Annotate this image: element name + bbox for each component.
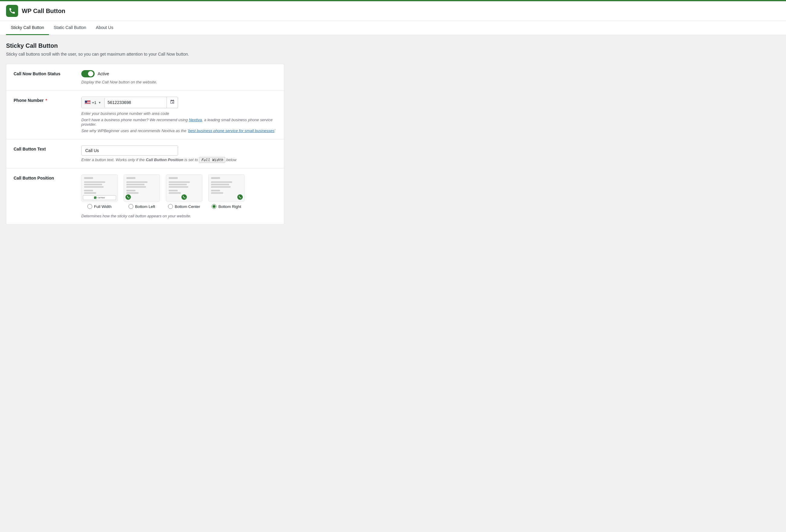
radio-bottom-left[interactable]: Bottom Left [129, 204, 155, 209]
plugin-logo [6, 5, 18, 17]
phonebook-icon[interactable] [167, 97, 178, 108]
call-button-position-hint: Determines how the sticky call button ap… [81, 214, 277, 218]
phone-number-input[interactable] [105, 98, 167, 107]
plugin-title: WP Call Button [22, 7, 65, 15]
page-header: WP Call Button [0, 1, 786, 21]
us-flag [85, 100, 91, 105]
phone-number-control: +1 ▼ Enter your business phone number wi… [81, 97, 277, 133]
call-now-status-label: Call Now Button Status [14, 70, 74, 76]
tab-sticky-call-button[interactable]: Sticky Call Button [6, 21, 49, 35]
position-card-bottom-left [124, 175, 160, 202]
settings-table: Call Now Button Status Active Display th… [6, 64, 284, 225]
call-button-text-label: Call Button Text [14, 145, 74, 152]
radio-bottom-right[interactable]: Bottom Right [212, 204, 241, 209]
phone-hint-1: Enter your business phone number with ar… [81, 111, 277, 116]
position-card-full-width: Call Now [81, 175, 118, 202]
call-button-text-input[interactable] [81, 145, 178, 156]
phone-input-wrapper: +1 ▼ [81, 97, 178, 108]
call-button-position-row: Call Button Position [6, 168, 284, 224]
tab-about-us[interactable]: About Us [91, 21, 118, 35]
position-option-bottom-right: Bottom Right [208, 175, 245, 209]
call-button-text-hint: Enter a button text. Works only if the C… [81, 158, 277, 162]
toggle-switch[interactable] [81, 70, 95, 77]
call-button-position-control: Call Now Full Width [81, 175, 277, 218]
phone-number-label: Phone Number * [14, 97, 74, 103]
main-content: Sticky Call Button Sticky call buttons s… [0, 35, 290, 232]
card-full-width-button: Call Now [83, 195, 116, 200]
call-now-status-row: Call Now Button Status Active Display th… [6, 64, 284, 91]
flag-canton [85, 101, 87, 103]
card-bottom-right-button [237, 194, 243, 200]
required-indicator: * [44, 98, 47, 103]
page-description: Sticky call buttons scroll with the user… [6, 52, 284, 56]
card-bottom-center-button [181, 194, 187, 200]
phone-flag-selector[interactable]: +1 ▼ [82, 98, 105, 107]
position-card-bottom-center [166, 175, 202, 202]
radio-full-width[interactable]: Full Width [87, 204, 112, 209]
radio-bottom-center[interactable]: Bottom Center [168, 204, 200, 209]
call-now-status-hint: Display the Call Now button on the websi… [81, 80, 277, 84]
nextiva-link[interactable]: Nextiva [189, 118, 202, 122]
toggle-wrapper: Active [81, 70, 277, 77]
call-button-text-row: Call Button Text Enter a button text. Wo… [6, 139, 284, 168]
position-option-bottom-left: Bottom Left [124, 175, 160, 209]
position-card-bottom-right [208, 175, 245, 202]
toggle-slider [81, 70, 95, 77]
radio-bottom-left-input[interactable] [129, 204, 133, 209]
toggle-active-label: Active [98, 71, 109, 76]
best-phone-service-link[interactable]: best business phone service for small bu… [188, 129, 275, 133]
call-button-position-label: Call Button Position [14, 175, 74, 181]
radio-full-width-input[interactable] [87, 204, 92, 209]
position-option-full-width: Call Now Full Width [81, 175, 118, 209]
radio-bottom-right-input[interactable] [212, 204, 216, 209]
tab-static-call-button[interactable]: Static Call Button [49, 21, 91, 35]
card-bottom-left-button [125, 194, 131, 200]
country-code: +1 [92, 100, 96, 105]
nav-tabs: Sticky Call Button Static Call Button Ab… [0, 21, 786, 35]
phone-hint-2: Don't have a business phone number? We r… [81, 118, 277, 126]
position-options: Call Now Full Width [81, 175, 277, 209]
call-button-text-control: Enter a button text. Works only if the C… [81, 145, 277, 162]
dropdown-arrow-icon: ▼ [98, 101, 101, 104]
page-title: Sticky Call Button [6, 42, 284, 49]
phone-icon [8, 7, 16, 15]
full-width-code: Full Width [199, 157, 225, 163]
position-option-bottom-center: Bottom Center [166, 175, 202, 209]
call-now-status-control: Active Display the Call Now button on th… [81, 70, 277, 84]
phone-hint-3: See why WPBeginner uses and recommends N… [81, 129, 277, 133]
phone-number-row: Phone Number * +1 ▼ [6, 91, 284, 139]
radio-bottom-center-input[interactable] [168, 204, 173, 209]
